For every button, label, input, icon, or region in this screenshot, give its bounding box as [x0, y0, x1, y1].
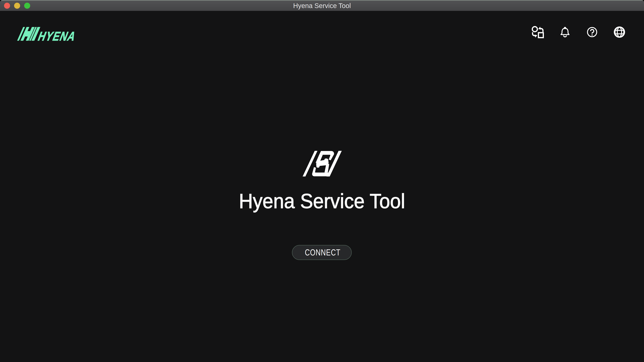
svg-text:HYENA: HYENA — [36, 29, 78, 43]
